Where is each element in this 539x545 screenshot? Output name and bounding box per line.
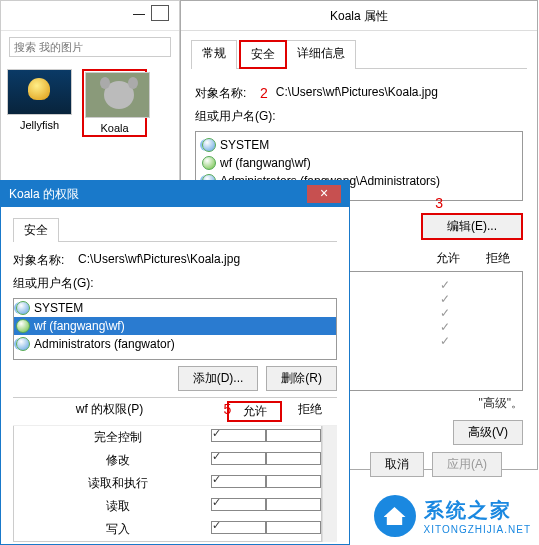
watermark-icon <box>374 495 416 537</box>
object-name-label: 对象名称: <box>195 85 260 102</box>
pd-object-value: C:\Users\wf\Pictures\Koala.jpg <box>78 252 240 269</box>
perm-row: 写入 <box>14 518 321 541</box>
permission-table: 完全控制 修改 读取和执行 读取 写入 <box>13 426 322 542</box>
remove-button[interactable]: 删除(R) <box>266 366 337 391</box>
permissions-titlebar: Koala 的权限 × <box>1 181 349 207</box>
thumb-label: Koala <box>85 122 144 134</box>
user-system[interactable]: SYSTEM <box>200 136 518 154</box>
deny-checkbox[interactable] <box>266 498 321 511</box>
advanced-button[interactable]: 高级(V) <box>453 420 523 445</box>
watermark-sub: XITONGZHIJIA.NET <box>424 524 532 535</box>
perm-row: 读取 <box>14 495 321 518</box>
search-input[interactable] <box>9 37 171 57</box>
allow-checkbox[interactable] <box>211 498 266 511</box>
col-deny: 拒绝 <box>282 401 337 422</box>
cancel-button[interactable]: 取消 <box>370 452 424 477</box>
permissions-tab-security[interactable]: 安全 <box>13 218 59 242</box>
tab-security[interactable]: 安全 <box>239 40 287 69</box>
apply-button[interactable]: 应用(A) <box>432 452 502 477</box>
pd-user-system[interactable]: SYSTEM <box>14 299 336 317</box>
user-icon <box>202 156 216 170</box>
thumb-label: Jellyfish <box>7 119 72 131</box>
col-deny: 拒绝 <box>473 250 523 267</box>
allow-checkbox[interactable] <box>211 429 266 442</box>
deny-checkbox[interactable] <box>266 429 321 442</box>
minimize-icon[interactable]: — <box>129 5 149 21</box>
perm-row: 读取和执行 <box>14 472 321 495</box>
users-icon <box>16 301 30 315</box>
thumb-koala[interactable]: Koala <box>82 69 147 137</box>
jellyfish-image <box>7 69 72 115</box>
pd-group-label: 组或用户名(G): <box>13 275 94 292</box>
users-icon <box>16 337 30 351</box>
edit-button[interactable]: 编辑(E)... <box>421 213 523 240</box>
perm-row: 完全控制 <box>14 426 321 449</box>
watermark-title: 系统之家 <box>424 497 532 524</box>
watermark: 系统之家 XITONGZHIJIA.NET <box>374 495 532 537</box>
pd-user-admins[interactable]: Administrators (fangwator) <box>14 335 336 353</box>
pd-object-label: 对象名称: <box>13 252 78 269</box>
pd-user-wf[interactable]: wf (fangwang\wf) <box>14 317 336 335</box>
perm-owner-label: wf 的权限(P) <box>13 401 200 422</box>
permissions-title: Koala 的权限 <box>9 186 79 203</box>
scrollbar[interactable] <box>322 426 337 542</box>
deny-checkbox[interactable] <box>266 475 321 488</box>
explorer-panel: — 1 Jellyfish Koala <box>0 0 180 200</box>
properties-tabs: 常规 安全 详细信息 <box>191 39 527 69</box>
deny-checkbox[interactable] <box>266 521 321 534</box>
restore-icon[interactable] <box>151 5 169 21</box>
marker-2: 2 <box>260 85 268 102</box>
koala-image <box>85 72 150 118</box>
marker-3: 3 <box>435 195 443 211</box>
pd-userlist[interactable]: SYSTEM wf (fangwang\wf) Administrators (… <box>13 298 337 360</box>
object-name-value: C:\Users\wf\Pictures\Koala.jpg <box>276 85 438 102</box>
allow-checkbox[interactable] <box>211 452 266 465</box>
tab-details[interactable]: 详细信息 <box>287 40 356 69</box>
add-button[interactable]: 添加(D)... <box>178 366 259 391</box>
user-icon <box>16 319 30 333</box>
user-wf[interactable]: wf (fangwang\wf) <box>200 154 518 172</box>
allow-checkbox[interactable] <box>211 475 266 488</box>
allow-checkbox[interactable] <box>211 521 266 534</box>
users-icon <box>202 138 216 152</box>
explorer-titlebar: — <box>1 1 179 31</box>
group-label: 组或用户名(G): <box>195 108 276 125</box>
tab-general[interactable]: 常规 <box>191 40 237 69</box>
properties-footer: 取消 应用(A) <box>370 452 502 477</box>
deny-checkbox[interactable] <box>266 452 321 465</box>
col-allow: 允许 <box>227 401 282 422</box>
permissions-dialog: Koala 的权限 × 安全 对象名称: C:\Users\wf\Picture… <box>0 180 350 545</box>
thumb-jellyfish[interactable]: Jellyfish <box>7 69 72 137</box>
close-icon[interactable]: × <box>307 185 341 203</box>
properties-title: Koala 属性 <box>181 1 537 31</box>
perm-row: 修改 <box>14 449 321 472</box>
col-allow: 允许 <box>423 250 473 267</box>
